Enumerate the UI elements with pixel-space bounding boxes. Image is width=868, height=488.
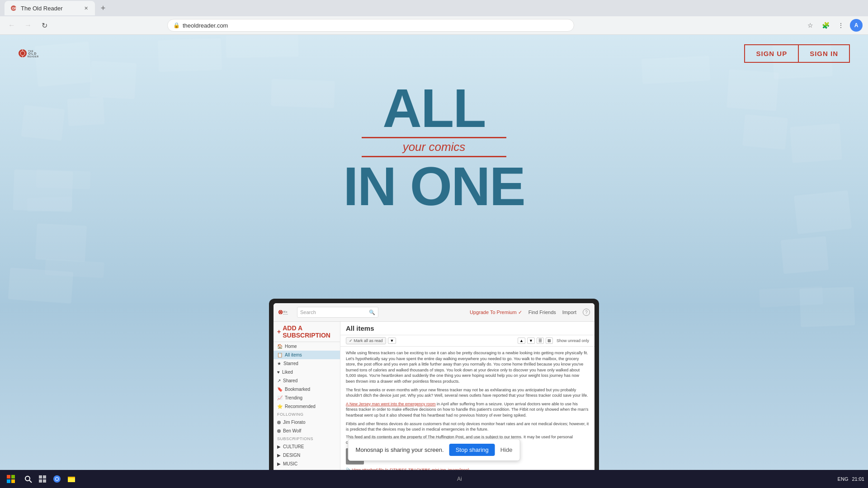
start-button[interactable] (4, 472, 18, 486)
mockup-actions: Upgrade To Premium ✓ Find Friends Import… (470, 309, 590, 316)
card-view-btn[interactable]: ⊞ (546, 338, 553, 344)
taskbar: Ai ENG 21:01 (0, 470, 868, 488)
svg-rect-30 (68, 478, 75, 482)
task-view-icon[interactable] (36, 473, 49, 485)
mockup-topbar: THE OLD READER Search 🔍 Upgrade To Premi… (274, 303, 594, 322)
taskbar-icons (22, 473, 78, 485)
active-tab[interactable]: OR The Old Reader ✕ (5, 1, 95, 15)
svg-text:READER: READER (283, 314, 288, 314)
hero-in-one-text: IN ONE (0, 159, 868, 213)
sidebar-item-design[interactable]: ▶ DESIGN (274, 451, 340, 460)
recommended-icon: ⭐ (277, 404, 283, 409)
extensions-button[interactable]: 🧩 (819, 19, 832, 32)
svg-rect-24 (39, 479, 42, 483)
browser-chrome: OR The Old Reader ✕ + ← → ↻ 🔒 theoldread… (0, 0, 868, 35)
mark-all-read-button[interactable]: ✓ Mark all as read (346, 337, 386, 344)
sidebar-item-starred[interactable]: ★ Starred (274, 359, 340, 368)
taskbar-right: ENG 21:01 (838, 476, 864, 482)
person-icon (277, 421, 281, 424)
add-subscription-button[interactable]: + ADD A SUBSCRIPTION (274, 322, 340, 342)
sidebar-item-trending[interactable]: 📈 Trending (274, 394, 340, 402)
new-tab-button[interactable]: + (97, 2, 109, 14)
toolbar-dropdown-icon[interactable]: ▼ (388, 338, 396, 344)
sidebar-item-ben[interactable]: Ben Wolf (274, 427, 340, 435)
profile-button[interactable]: A (850, 19, 863, 32)
hide-button[interactable]: Hide (500, 446, 513, 453)
screen-share-message: Monosnap is sharing your screen. (356, 446, 444, 453)
sidebar-item-liked[interactable]: ♥ Liked (274, 368, 340, 376)
address-bar[interactable]: 🔒 theoldreader.com (167, 19, 574, 32)
all-items-icon: 📋 (277, 352, 283, 357)
lock-icon: 🔒 (173, 22, 180, 28)
site-logo: THE OLD READER (18, 42, 45, 65)
hero-all-text: ALL (0, 81, 868, 135)
bookmark-star-button[interactable]: ☆ (804, 19, 816, 32)
help-icon[interactable]: ? (583, 309, 590, 316)
svg-rect-17 (11, 475, 15, 479)
svg-line-21 (29, 480, 32, 483)
screen-share-notification: Monosnap is sharing your screen. Stop sh… (348, 439, 520, 461)
mockup-sidebar: + ADD A SUBSCRIPTION 🏠 Home 📋 All items … (274, 322, 340, 488)
signin-button[interactable]: SIGN IN (798, 45, 849, 62)
expand-icon-3: ▶ (277, 461, 281, 466)
sidebar-item-bookmarked[interactable]: 🔖 Bookmarked (274, 385, 340, 394)
article-paragraph-2: The first few weeks or even months with … (346, 387, 589, 399)
svg-rect-23 (43, 475, 46, 479)
tab-close-button[interactable]: ✕ (82, 5, 90, 12)
mockup-main: All items ✓ Mark all as read ▼ ▲ ▼ ☰ ⊞ S… (340, 322, 594, 488)
svg-point-20 (25, 476, 30, 481)
sidebar-item-music[interactable]: ▶ MUSIC (274, 460, 340, 468)
svg-rect-22 (39, 475, 42, 479)
more-button[interactable]: ⋮ (835, 19, 847, 32)
sidebar-item-shared[interactable]: ↗ Shared (274, 376, 340, 385)
svg-rect-31 (68, 477, 71, 478)
trending-icon: 📈 (277, 395, 283, 400)
expand-icon-2: ▶ (277, 453, 281, 458)
hero-subtitle: your comics (0, 140, 868, 154)
shared-icon: ↗ (277, 378, 281, 383)
svg-text:OLD: OLD (283, 311, 288, 313)
svg-rect-25 (43, 479, 46, 483)
taskbar-time: 21:01 (852, 476, 864, 482)
list-view-btn[interactable]: ☰ (537, 338, 544, 344)
svg-rect-16 (7, 475, 10, 479)
forward-button[interactable]: → (22, 19, 34, 32)
collapse-view-btn[interactable]: ▼ (527, 338, 535, 344)
sidebar-item-culture[interactable]: ▶ CULTURE (274, 442, 340, 451)
home-icon: 🏠 (277, 344, 283, 349)
back-button[interactable]: ← (5, 19, 18, 32)
upgrade-link[interactable]: Upgrade To Premium ✓ (470, 310, 522, 315)
mockup-article: While using fitness trackers can be exci… (340, 347, 594, 488)
show-unread-btn[interactable]: Show unread only (557, 338, 589, 343)
sidebar-item-jim[interactable]: Jim Fiorato (274, 418, 340, 427)
svg-text:OR: OR (12, 7, 17, 10)
import-link[interactable]: Import (562, 310, 576, 315)
find-friends-link[interactable]: Find Friends (528, 310, 556, 315)
liked-icon: ♥ (277, 370, 280, 375)
svg-text:OLD: OLD (28, 52, 37, 55)
reload-button[interactable]: ↻ (38, 19, 51, 32)
taskbar-ai-section: Ai (453, 476, 462, 482)
sidebar-item-home[interactable]: 🏠 Home (274, 342, 340, 351)
mockup-search-input[interactable]: Search 🔍 (297, 307, 378, 318)
chrome-taskbar-icon[interactable] (51, 473, 63, 485)
sidebar-item-all-items[interactable]: 📋 All items (274, 351, 340, 359)
ai-label: Ai (457, 476, 462, 482)
stop-sharing-button[interactable]: Stop sharing (449, 444, 495, 456)
subscriptions-section-header: SUBSCRIPTIONS (274, 435, 340, 442)
logo-svg: THE OLD READER (18, 42, 45, 65)
star-icon: ★ (277, 361, 281, 366)
signup-button[interactable]: SIGN UP (745, 45, 798, 62)
search-taskbar-icon[interactable] (22, 473, 34, 485)
nav-buttons: SIGN UP SIGN IN (744, 44, 850, 63)
expand-icon: ▶ (277, 444, 281, 449)
explorer-taskbar-icon[interactable] (65, 473, 78, 485)
language-indicator: ENG (838, 476, 849, 482)
bookmark-icon: 🔖 (277, 387, 283, 392)
mockup-search-placeholder: Search (300, 310, 316, 315)
following-section-header: FOLLOWING (274, 411, 340, 418)
svg-rect-18 (7, 479, 10, 483)
expand-view-btn[interactable]: ▲ (518, 338, 525, 344)
article-link[interactable]: A New Jersey man went into the emergency… (346, 402, 436, 406)
sidebar-item-recommended[interactable]: ⭐ Recommended (274, 402, 340, 411)
